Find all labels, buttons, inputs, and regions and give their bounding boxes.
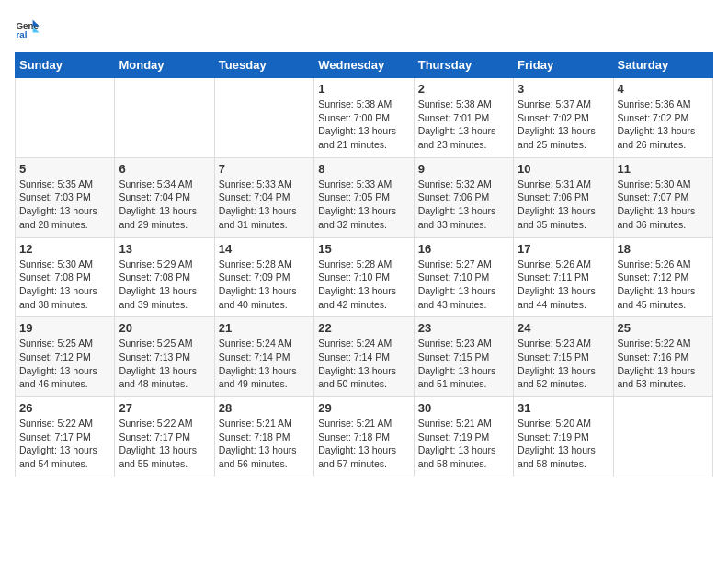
day-number: 19 bbox=[19, 321, 110, 335]
day-number: 7 bbox=[219, 162, 310, 176]
cell-sun-info: Sunrise: 5:22 AM Sunset: 7:16 PM Dayligh… bbox=[618, 337, 709, 391]
calendar-cell: 29Sunrise: 5:21 AM Sunset: 7:18 PM Dayli… bbox=[314, 397, 414, 477]
day-number: 4 bbox=[618, 82, 709, 96]
svg-text:ral: ral bbox=[16, 29, 27, 40]
calendar-cell: 28Sunrise: 5:21 AM Sunset: 7:18 PM Dayli… bbox=[214, 397, 313, 477]
calendar-cell: 8Sunrise: 5:33 AM Sunset: 7:05 PM Daylig… bbox=[314, 157, 414, 237]
day-number: 6 bbox=[119, 162, 210, 176]
cell-sun-info: Sunrise: 5:35 AM Sunset: 7:03 PM Dayligh… bbox=[19, 178, 110, 232]
week-row-5: 26Sunrise: 5:22 AM Sunset: 7:17 PM Dayli… bbox=[16, 397, 713, 477]
calendar-cell: 1Sunrise: 5:38 AM Sunset: 7:00 PM Daylig… bbox=[314, 78, 414, 158]
day-number: 22 bbox=[318, 321, 409, 335]
weekday-header-row: SundayMondayTuesdayWednesdayThursdayFrid… bbox=[16, 52, 713, 78]
calendar-cell: 19Sunrise: 5:25 AM Sunset: 7:12 PM Dayli… bbox=[16, 317, 115, 397]
calendar-cell: 26Sunrise: 5:22 AM Sunset: 7:17 PM Dayli… bbox=[16, 397, 115, 477]
week-row-1: 1Sunrise: 5:38 AM Sunset: 7:00 PM Daylig… bbox=[16, 78, 713, 158]
day-number: 13 bbox=[119, 242, 210, 256]
calendar-cell: 3Sunrise: 5:37 AM Sunset: 7:02 PM Daylig… bbox=[514, 78, 613, 158]
calendar-cell: 5Sunrise: 5:35 AM Sunset: 7:03 PM Daylig… bbox=[16, 157, 115, 237]
cell-sun-info: Sunrise: 5:26 AM Sunset: 7:11 PM Dayligh… bbox=[518, 258, 609, 312]
calendar-cell: 14Sunrise: 5:28 AM Sunset: 7:09 PM Dayli… bbox=[214, 237, 313, 317]
calendar-cell: 12Sunrise: 5:30 AM Sunset: 7:08 PM Dayli… bbox=[16, 237, 115, 317]
calendar-cell: 15Sunrise: 5:28 AM Sunset: 7:10 PM Dayli… bbox=[314, 237, 414, 317]
cell-sun-info: Sunrise: 5:33 AM Sunset: 7:05 PM Dayligh… bbox=[318, 178, 409, 232]
day-number: 24 bbox=[518, 321, 609, 335]
calendar-cell: 23Sunrise: 5:23 AM Sunset: 7:15 PM Dayli… bbox=[414, 317, 513, 397]
calendar-cell: 27Sunrise: 5:22 AM Sunset: 7:17 PM Dayli… bbox=[115, 397, 214, 477]
calendar-cell: 7Sunrise: 5:33 AM Sunset: 7:04 PM Daylig… bbox=[214, 157, 313, 237]
calendar-cell: 18Sunrise: 5:26 AM Sunset: 7:12 PM Dayli… bbox=[613, 237, 712, 317]
weekday-header-wednesday: Wednesday bbox=[314, 52, 414, 78]
cell-sun-info: Sunrise: 5:20 AM Sunset: 7:19 PM Dayligh… bbox=[518, 417, 609, 471]
calendar-cell: 16Sunrise: 5:27 AM Sunset: 7:10 PM Dayli… bbox=[414, 237, 513, 317]
weekday-header-friday: Friday bbox=[514, 52, 613, 78]
cell-sun-info: Sunrise: 5:25 AM Sunset: 7:13 PM Dayligh… bbox=[119, 337, 210, 391]
logo-icon: Gene ral bbox=[15, 15, 40, 40]
calendar-cell: 22Sunrise: 5:24 AM Sunset: 7:14 PM Dayli… bbox=[314, 317, 414, 397]
day-number: 16 bbox=[418, 242, 509, 256]
day-number: 14 bbox=[219, 242, 310, 256]
cell-sun-info: Sunrise: 5:38 AM Sunset: 7:01 PM Dayligh… bbox=[418, 98, 509, 152]
calendar-cell: 30Sunrise: 5:21 AM Sunset: 7:19 PM Dayli… bbox=[414, 397, 513, 477]
cell-sun-info: Sunrise: 5:32 AM Sunset: 7:06 PM Dayligh… bbox=[418, 178, 509, 232]
cell-sun-info: Sunrise: 5:38 AM Sunset: 7:00 PM Dayligh… bbox=[318, 98, 409, 152]
day-number: 5 bbox=[19, 162, 110, 176]
cell-sun-info: Sunrise: 5:37 AM Sunset: 7:02 PM Dayligh… bbox=[518, 98, 609, 152]
logo: Gene ral bbox=[15, 15, 44, 40]
day-number: 2 bbox=[418, 82, 509, 96]
calendar-cell: 9Sunrise: 5:32 AM Sunset: 7:06 PM Daylig… bbox=[414, 157, 513, 237]
cell-sun-info: Sunrise: 5:23 AM Sunset: 7:15 PM Dayligh… bbox=[518, 337, 609, 391]
cell-sun-info: Sunrise: 5:27 AM Sunset: 7:10 PM Dayligh… bbox=[418, 258, 509, 312]
calendar-cell: 4Sunrise: 5:36 AM Sunset: 7:02 PM Daylig… bbox=[613, 78, 712, 158]
calendar-cell bbox=[16, 78, 115, 158]
calendar-cell: 31Sunrise: 5:20 AM Sunset: 7:19 PM Dayli… bbox=[514, 397, 613, 477]
weekday-header-saturday: Saturday bbox=[613, 52, 712, 78]
calendar-cell: 2Sunrise: 5:38 AM Sunset: 7:01 PM Daylig… bbox=[414, 78, 513, 158]
calendar-cell: 6Sunrise: 5:34 AM Sunset: 7:04 PM Daylig… bbox=[115, 157, 214, 237]
cell-sun-info: Sunrise: 5:22 AM Sunset: 7:17 PM Dayligh… bbox=[19, 417, 110, 471]
calendar-cell: 25Sunrise: 5:22 AM Sunset: 7:16 PM Dayli… bbox=[613, 317, 712, 397]
day-number: 17 bbox=[518, 242, 609, 256]
day-number: 10 bbox=[518, 162, 609, 176]
week-row-4: 19Sunrise: 5:25 AM Sunset: 7:12 PM Dayli… bbox=[16, 317, 713, 397]
cell-sun-info: Sunrise: 5:23 AM Sunset: 7:15 PM Dayligh… bbox=[418, 337, 509, 391]
week-row-3: 12Sunrise: 5:30 AM Sunset: 7:08 PM Dayli… bbox=[16, 237, 713, 317]
cell-sun-info: Sunrise: 5:30 AM Sunset: 7:07 PM Dayligh… bbox=[618, 178, 709, 232]
calendar-cell: 20Sunrise: 5:25 AM Sunset: 7:13 PM Dayli… bbox=[115, 317, 214, 397]
cell-sun-info: Sunrise: 5:31 AM Sunset: 7:06 PM Dayligh… bbox=[518, 178, 609, 232]
day-number: 28 bbox=[219, 401, 310, 415]
day-number: 30 bbox=[418, 401, 509, 415]
weekday-header-thursday: Thursday bbox=[414, 52, 513, 78]
calendar-cell: 24Sunrise: 5:23 AM Sunset: 7:15 PM Dayli… bbox=[514, 317, 613, 397]
cell-sun-info: Sunrise: 5:28 AM Sunset: 7:10 PM Dayligh… bbox=[318, 258, 409, 312]
weekday-header-sunday: Sunday bbox=[16, 52, 115, 78]
cell-sun-info: Sunrise: 5:21 AM Sunset: 7:18 PM Dayligh… bbox=[219, 417, 310, 471]
calendar-table: SundayMondayTuesdayWednesdayThursdayFrid… bbox=[15, 52, 713, 477]
cell-sun-info: Sunrise: 5:21 AM Sunset: 7:18 PM Dayligh… bbox=[318, 417, 409, 471]
calendar-cell bbox=[214, 78, 313, 158]
calendar-cell: 11Sunrise: 5:30 AM Sunset: 7:07 PM Dayli… bbox=[613, 157, 712, 237]
day-number: 29 bbox=[318, 401, 409, 415]
day-number: 27 bbox=[119, 401, 210, 415]
cell-sun-info: Sunrise: 5:28 AM Sunset: 7:09 PM Dayligh… bbox=[219, 258, 310, 312]
day-number: 15 bbox=[318, 242, 409, 256]
day-number: 26 bbox=[19, 401, 110, 415]
cell-sun-info: Sunrise: 5:30 AM Sunset: 7:08 PM Dayligh… bbox=[19, 258, 110, 312]
weekday-header-tuesday: Tuesday bbox=[214, 52, 313, 78]
day-number: 31 bbox=[518, 401, 609, 415]
cell-sun-info: Sunrise: 5:25 AM Sunset: 7:12 PM Dayligh… bbox=[19, 337, 110, 391]
calendar-cell bbox=[613, 397, 712, 477]
cell-sun-info: Sunrise: 5:26 AM Sunset: 7:12 PM Dayligh… bbox=[618, 258, 709, 312]
week-row-2: 5Sunrise: 5:35 AM Sunset: 7:03 PM Daylig… bbox=[16, 157, 713, 237]
calendar-cell: 21Sunrise: 5:24 AM Sunset: 7:14 PM Dayli… bbox=[214, 317, 313, 397]
day-number: 20 bbox=[119, 321, 210, 335]
day-number: 12 bbox=[19, 242, 110, 256]
cell-sun-info: Sunrise: 5:21 AM Sunset: 7:19 PM Dayligh… bbox=[418, 417, 509, 471]
calendar-cell: 17Sunrise: 5:26 AM Sunset: 7:11 PM Dayli… bbox=[514, 237, 613, 317]
day-number: 8 bbox=[318, 162, 409, 176]
day-number: 11 bbox=[618, 162, 709, 176]
cell-sun-info: Sunrise: 5:24 AM Sunset: 7:14 PM Dayligh… bbox=[219, 337, 310, 391]
day-number: 18 bbox=[618, 242, 709, 256]
calendar-cell bbox=[115, 78, 214, 158]
cell-sun-info: Sunrise: 5:34 AM Sunset: 7:04 PM Dayligh… bbox=[119, 178, 210, 232]
